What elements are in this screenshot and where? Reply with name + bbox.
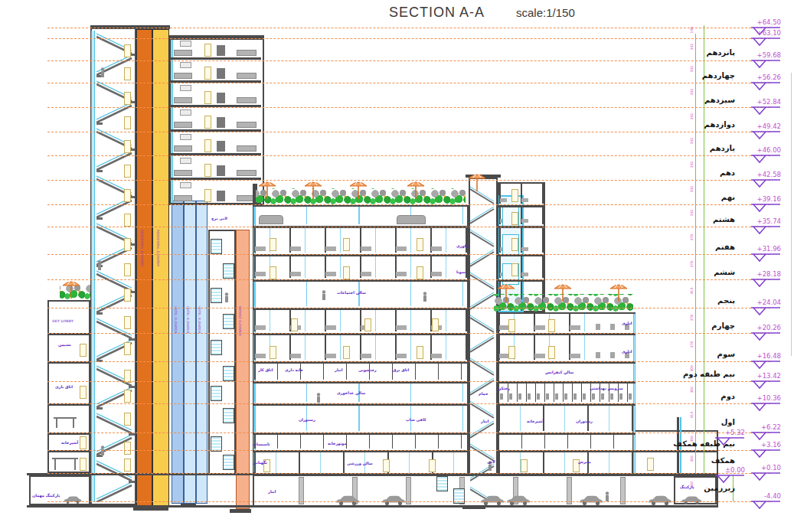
- level-line: [47, 204, 770, 205]
- elevation-value: +59.68: [741, 51, 781, 59]
- door-icon: [124, 44, 131, 57]
- bed-icon: [237, 122, 256, 128]
- shaft-label: HOTEL ELEVATOR: [198, 306, 201, 367]
- door-icon: [204, 44, 211, 57]
- level-line: [47, 83, 770, 83]
- door-icon: [548, 346, 555, 359]
- elevation-value: +52.84: [741, 98, 781, 106]
- level-line: [47, 279, 770, 280]
- door-icon: [124, 263, 131, 276]
- door-icon: [124, 316, 131, 329]
- escalator-flight: [211, 386, 222, 401]
- escalator-flight: [211, 239, 222, 254]
- umbrella-icon: [303, 178, 323, 201]
- door-icon: [204, 91, 211, 104]
- umbrella-icon: [553, 280, 573, 303]
- elevation-marker: +20.26: [750, 333, 781, 344]
- level-marker-icon: [750, 500, 781, 511]
- car-icon: [63, 492, 83, 501]
- bed-icon: [237, 97, 256, 103]
- door-icon: [417, 266, 423, 279]
- level-line: [47, 450, 770, 451]
- elevation-marker: +63.10: [750, 38, 781, 49]
- shaft-label: RESIDENTIAL ELEVATOR: [140, 230, 144, 291]
- dimension-value: 140: [690, 27, 694, 34]
- floor-name-label: پنجم: [620, 296, 735, 305]
- bed-icon: [237, 73, 256, 79]
- floor-slab: [462, 505, 485, 509]
- umbrella-icon: [406, 178, 426, 201]
- elevator-shaft-yellow: [152, 29, 169, 507]
- staircase-right: [470, 184, 496, 502]
- elevation-marker: +10.36: [750, 403, 781, 414]
- wardrobe-icon: [217, 165, 225, 176]
- tower-floor: [169, 38, 261, 60]
- floor-name-label: چهارم: [620, 321, 735, 330]
- door-icon: [383, 459, 390, 472]
- level-marker-icon: [714, 474, 745, 485]
- table-icon: [54, 417, 77, 428]
- floor-interior: [498, 452, 633, 473]
- elevation-value: +28.18: [741, 270, 781, 278]
- drawing-title: SECTION A-A: [389, 5, 485, 21]
- elevation-value: ±0.00: [705, 466, 745, 474]
- floor-interior: [254, 207, 467, 224]
- door-icon: [548, 319, 555, 332]
- person-icon: [224, 291, 229, 301]
- door-icon: [291, 318, 298, 331]
- elevation-marker: +3.16: [750, 450, 781, 461]
- floor-interior: [254, 405, 467, 431]
- floor-name-label: یازدهم: [620, 144, 735, 152]
- person-icon: [605, 490, 609, 500]
- floor-name-label: دوم: [620, 392, 735, 400]
- elevation-value: +42.58: [741, 171, 781, 178]
- room-label: خانه داری: [285, 367, 303, 372]
- bed-icon: [174, 145, 192, 152]
- elevation-marker: +24.04: [750, 308, 781, 318]
- level-marker-icon: [750, 81, 781, 92]
- door-icon: [508, 319, 515, 332]
- elevation-marker: -4.40: [750, 501, 781, 512]
- person-icon: [100, 66, 105, 76]
- escalator-flight: [223, 366, 234, 381]
- room-label: رستوران: [576, 419, 593, 423]
- level-line: [47, 501, 770, 502]
- level-marker-icon: [750, 203, 781, 214]
- bed-icon: [174, 50, 192, 56]
- bed-icon: [174, 73, 192, 79]
- room-label: آشپزخانه: [527, 419, 544, 423]
- room-label: اتاق برق: [393, 367, 409, 372]
- floor-slab: [181, 504, 196, 508]
- dimension-value: 342: [690, 186, 694, 193]
- umbrella-icon: [348, 178, 368, 201]
- room-label: انبار: [268, 489, 276, 494]
- level-marker-icon: [750, 278, 781, 289]
- elevation-value: +63.10: [741, 29, 781, 37]
- floor-interior: [499, 184, 544, 204]
- door-icon: [429, 459, 436, 472]
- sheet-border: [791, 73, 792, 356]
- elevation-marker: +39.16: [750, 204, 781, 215]
- door-icon: [204, 164, 211, 177]
- elevation-value: +56.26: [741, 73, 781, 81]
- floor-interior: [498, 405, 633, 431]
- umbrella-icon: [257, 178, 277, 201]
- elevation-value: +49.42: [741, 122, 781, 130]
- car-icon: [647, 494, 673, 504]
- elevation-marker: +59.68: [750, 60, 781, 71]
- door-icon: [124, 140, 131, 153]
- escalator-flight: [211, 436, 222, 452]
- shaft-label: RESIDENTIAL ELEVATOR: [156, 230, 160, 291]
- room-label: SKY LOBBY: [52, 319, 74, 323]
- structural-column: [567, 477, 572, 504]
- door-icon: [204, 189, 211, 202]
- room-label: پارکینگ مهمان: [32, 493, 60, 498]
- bed-icon: [237, 145, 256, 152]
- door-icon: [511, 212, 518, 225]
- room-label: رستوران: [299, 417, 315, 422]
- elevation-value: +3.16: [741, 441, 781, 449]
- level-marker-icon: [750, 154, 781, 165]
- elevation-marker: +52.84: [750, 107, 781, 118]
- elevation-value: +6.22: [741, 423, 781, 431]
- section-drawing: SECTION A-A scale:1/150 RESIDENTIAL ELEV…: [0, 0, 794, 532]
